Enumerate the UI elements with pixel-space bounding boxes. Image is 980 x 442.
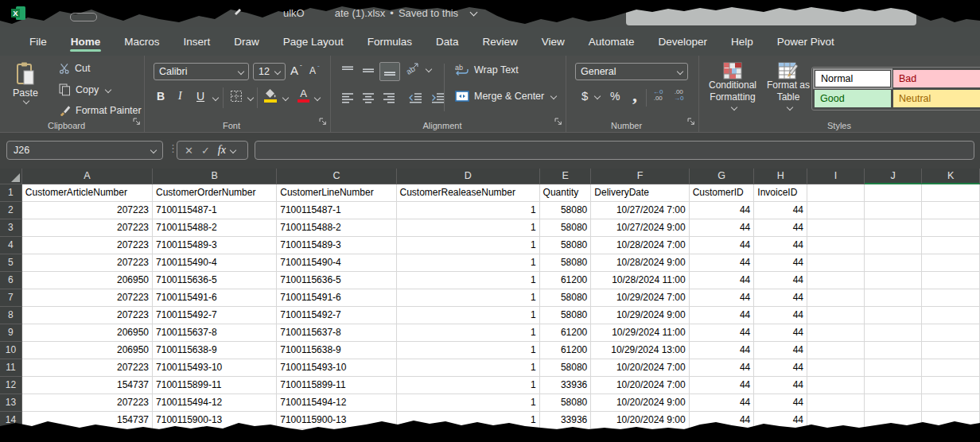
- cell-C2[interactable]: 7100115487-1: [277, 202, 396, 219]
- font-family-select[interactable]: Calibri: [154, 63, 249, 80]
- cell-C1[interactable]: CustomerLineNumber: [277, 184, 396, 202]
- column-header-J[interactable]: J: [865, 169, 923, 184]
- cell-A14[interactable]: 154737: [22, 412, 153, 429]
- cell-I7[interactable]: [807, 289, 865, 307]
- cell-A5[interactable]: 207223: [22, 254, 153, 272]
- cell-E9[interactable]: 61200: [540, 324, 592, 342]
- cell-A10[interactable]: 206950: [22, 342, 153, 359]
- cell-B9[interactable]: 7100115637-8: [153, 324, 277, 342]
- format-painter-button[interactable]: Format Painter: [59, 104, 142, 116]
- cell-J12[interactable]: [865, 377, 923, 394]
- cell-A3[interactable]: 207223: [22, 219, 153, 237]
- increase-indent-button[interactable]: [428, 89, 447, 107]
- clipboard-dialog-launcher[interactable]: [133, 114, 141, 129]
- column-header-K[interactable]: K: [922, 169, 980, 184]
- cell-I2[interactable]: [807, 202, 865, 219]
- cell-D3[interactable]: 1: [397, 219, 540, 237]
- cell-K7[interactable]: [922, 289, 980, 307]
- cell-E11[interactable]: 58080: [540, 359, 592, 377]
- cell-D14[interactable]: 1: [397, 412, 540, 429]
- row-header-3[interactable]: 3: [0, 219, 22, 237]
- cell-A2[interactable]: 207223: [22, 202, 153, 219]
- row-header-13[interactable]: 13: [0, 394, 22, 412]
- cell-G12[interactable]: 44: [690, 377, 755, 394]
- cell-D2[interactable]: 1: [397, 202, 540, 219]
- name-box[interactable]: J26: [6, 141, 163, 160]
- cell-D5[interactable]: 1: [397, 254, 540, 272]
- cell-G8[interactable]: 44: [690, 307, 755, 324]
- cell-B8[interactable]: 7100115492-7: [153, 307, 277, 324]
- tab-insert[interactable]: Insert: [172, 27, 223, 56]
- cell-C5[interactable]: 7100115490-4: [277, 254, 396, 272]
- cell-J5[interactable]: [865, 254, 923, 272]
- cell-H5[interactable]: 44: [754, 254, 807, 272]
- cell-C3[interactable]: 7100115488-2: [277, 219, 396, 237]
- cell-H9[interactable]: 44: [754, 324, 807, 342]
- cell-B14[interactable]: 7100115900-13: [153, 412, 277, 429]
- row-header-5[interactable]: 5: [0, 254, 22, 272]
- cell-J13[interactable]: [865, 394, 923, 412]
- cell-J6[interactable]: [865, 272, 923, 289]
- cell-F6[interactable]: 10/28/2024 11:00: [591, 272, 689, 289]
- tab-data[interactable]: Data: [424, 27, 471, 56]
- cut-button[interactable]: Cut: [59, 63, 90, 74]
- tab-page-layout[interactable]: Page Layout: [271, 27, 356, 56]
- tab-file[interactable]: File: [18, 27, 59, 56]
- cell-F1[interactable]: DeliveryDate: [591, 184, 689, 202]
- cell-J9[interactable]: [865, 324, 923, 342]
- formula-input[interactable]: [255, 141, 974, 160]
- font-color-chevron-icon[interactable]: [314, 95, 321, 101]
- enter-check-icon[interactable]: ✓: [201, 145, 210, 157]
- style-good[interactable]: Good: [815, 90, 891, 107]
- tab-automate[interactable]: Automate: [577, 27, 647, 56]
- cell-G3[interactable]: 44: [690, 219, 755, 237]
- cell-K12[interactable]: [922, 377, 980, 394]
- top-align-button[interactable]: [338, 62, 357, 79]
- cell-I1[interactable]: [807, 184, 865, 202]
- autosave-toggle-fragment[interactable]: [70, 13, 97, 21]
- cell-F3[interactable]: 10/27/2024 9:00: [591, 219, 689, 237]
- cell-E8[interactable]: 58080: [540, 307, 592, 324]
- align-left-button[interactable]: [338, 89, 357, 107]
- cell-G11[interactable]: 44: [690, 359, 755, 377]
- cell-C9[interactable]: 7100115637-8: [277, 324, 396, 342]
- row-header-10[interactable]: 10: [0, 342, 22, 359]
- align-right-button[interactable]: [379, 89, 399, 107]
- cell-K6[interactable]: [922, 272, 980, 289]
- cell-J1[interactable]: [865, 184, 923, 202]
- font-dialog-launcher[interactable]: [319, 114, 327, 129]
- cell-H7[interactable]: 44: [754, 289, 807, 307]
- cell-H8[interactable]: 44: [754, 307, 807, 324]
- tab-macros[interactable]: Macros: [112, 27, 171, 56]
- cell-G7[interactable]: 44: [690, 289, 755, 307]
- cell-I9[interactable]: [807, 324, 865, 342]
- cell-E4[interactable]: 58080: [540, 237, 592, 254]
- decrease-font-size-button[interactable]: Aˇ: [309, 65, 320, 76]
- cell-G[interactable]: [690, 429, 755, 442]
- cell-F[interactable]: [591, 429, 689, 442]
- cell-G2[interactable]: 44: [690, 202, 755, 219]
- column-header-H[interactable]: H: [754, 169, 807, 184]
- underline-chevron-icon[interactable]: [212, 95, 219, 101]
- cell-D9[interactable]: 1: [397, 324, 540, 342]
- cell-A11[interactable]: 207223: [22, 359, 153, 377]
- column-header-G[interactable]: G: [690, 169, 755, 184]
- row-header-9[interactable]: 9: [0, 324, 22, 342]
- format-as-table-button[interactable]: Format as Table: [760, 62, 816, 110]
- cell-I12[interactable]: [807, 377, 865, 394]
- tab-developer[interactable]: Developer: [647, 27, 720, 56]
- cell-J2[interactable]: [865, 202, 923, 219]
- cell-B1[interactable]: CustomerOrderNumber: [153, 184, 277, 202]
- cell-E12[interactable]: 33936: [540, 377, 592, 394]
- cell-F11[interactable]: 10/20/2024 7:00: [591, 359, 689, 377]
- column-header-C[interactable]: C: [277, 169, 396, 184]
- cell-A4[interactable]: 207223: [22, 237, 153, 254]
- cell-B5[interactable]: 7100115490-4: [153, 254, 277, 272]
- cell-K1[interactable]: [922, 184, 980, 202]
- cell-A1[interactable]: CustomerArticleNumber: [22, 184, 153, 202]
- cell-B3[interactable]: 7100115488-2: [153, 219, 277, 237]
- cell-H4[interactable]: 44: [754, 237, 807, 254]
- decrease-indent-button[interactable]: [406, 89, 425, 107]
- cell-D6[interactable]: 1: [397, 272, 540, 289]
- cell-J14[interactable]: [865, 412, 923, 429]
